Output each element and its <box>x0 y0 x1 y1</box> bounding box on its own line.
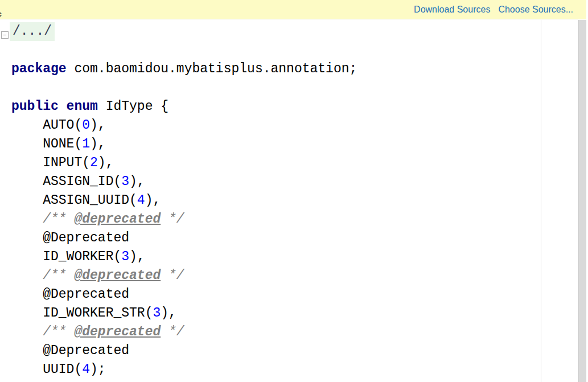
code-line: ID_WORKER(3), <box>11 248 357 266</box>
code-line: public enum IdType { <box>11 97 357 116</box>
code-line: INPUT(2), <box>11 154 357 172</box>
notification-banner: c Download Sources Choose Sources... <box>0 0 586 19</box>
code-line: /.../ <box>11 22 357 41</box>
banner-links: Download Sources Choose Sources... <box>414 0 573 19</box>
code-line: /** @deprecated */ <box>11 210 357 229</box>
code-line <box>11 79 357 97</box>
code-token-plain: NONE( <box>11 137 82 151</box>
code-token-plain: IdType { <box>98 99 168 114</box>
code-line: ASSIGN_ID(3), <box>11 172 357 191</box>
editor-gutter: − <box>0 20 10 382</box>
code-token-plain: ASSIGN_ID( <box>11 174 121 189</box>
code-token-plain: ), <box>98 155 114 170</box>
code-token-plain: ), <box>129 174 145 189</box>
code-token-plain: ), <box>161 306 176 321</box>
code-token-number: 0 <box>82 118 90 133</box>
code-line: /** @deprecated */ <box>11 266 357 285</box>
vertical-scrollbar[interactable] <box>578 20 586 382</box>
code-token-plain: INPUT( <box>11 155 90 170</box>
code-token-comment: */ <box>161 212 184 227</box>
code-line: UUID(4); <box>11 360 357 379</box>
code-token-plain: ), <box>90 137 106 151</box>
code-token-plain: ), <box>129 249 145 264</box>
code-token-plain: @Deprecated <box>11 231 129 245</box>
right-margin-guide <box>541 20 541 382</box>
code-token-number: 3 <box>121 174 129 189</box>
code-token-deprecated-tag: @deprecated <box>74 212 161 227</box>
code-line: NONE(1), <box>11 135 357 154</box>
code-token-plain: com.baomidou.mybatisplus.annotation; <box>67 61 357 76</box>
code-line: @Deprecated <box>11 285 357 304</box>
code-token-plain: @Deprecated <box>11 287 129 302</box>
code-token-comment: /** <box>11 325 74 339</box>
code-token-deprecated-tag: @deprecated <box>74 268 161 283</box>
code-token-comment: /** <box>11 212 74 227</box>
code-line: ID_WORKER_STR(3), <box>11 304 357 323</box>
code-token-plain: ); <box>90 362 106 377</box>
code-token-plain: AUTO( <box>11 118 82 133</box>
code-token-deprecated-tag: @deprecated <box>74 325 161 339</box>
code-token-keyword: package <box>11 61 67 76</box>
code-token-number: 4 <box>82 362 90 377</box>
code-line: @Deprecated <box>11 229 357 248</box>
code-area[interactable]: /.../package com.baomidou.mybatisplus.an… <box>11 20 357 379</box>
code-token-plain: ), <box>145 193 161 208</box>
code-token-number: 3 <box>121 249 129 264</box>
code-line: /** @deprecated */ <box>11 323 357 342</box>
download-sources-link[interactable]: Download Sources <box>414 5 490 15</box>
code-editor[interactable]: − /.../package com.baomidou.mybatisplus.… <box>0 20 588 382</box>
code-token-number: 4 <box>137 193 145 208</box>
clipped-edge-glyph: c <box>0 12 3 18</box>
code-token-plain: ID_WORKER( <box>11 249 121 264</box>
code-token-plain: UUID( <box>11 362 82 377</box>
code-token-plain: @Deprecated <box>11 343 129 358</box>
code-token-comment: */ <box>161 325 184 339</box>
code-token-comment: /** <box>11 268 74 283</box>
code-token-plain: ), <box>90 118 106 133</box>
code-line <box>11 41 357 60</box>
folded-comment-region[interactable]: /.../ <box>10 22 55 41</box>
code-line: package com.baomidou.mybatisplus.annotat… <box>11 60 357 79</box>
code-line: ASSIGN_UUID(4), <box>11 191 357 210</box>
code-line: AUTO(0), <box>11 116 357 135</box>
code-token-comment: */ <box>161 268 184 283</box>
code-token-number: 1 <box>82 137 90 151</box>
code-token-number: 2 <box>90 155 98 170</box>
code-token-plain: ID_WORKER_STR( <box>11 306 153 321</box>
fold-marker-icon[interactable]: − <box>1 31 9 39</box>
code-line: @Deprecated <box>11 342 357 360</box>
code-token-number: 3 <box>153 306 161 321</box>
choose-sources-link[interactable]: Choose Sources... <box>498 5 573 15</box>
code-token-plain: ASSIGN_UUID( <box>11 193 137 208</box>
code-token-keyword: public enum <box>11 99 98 114</box>
